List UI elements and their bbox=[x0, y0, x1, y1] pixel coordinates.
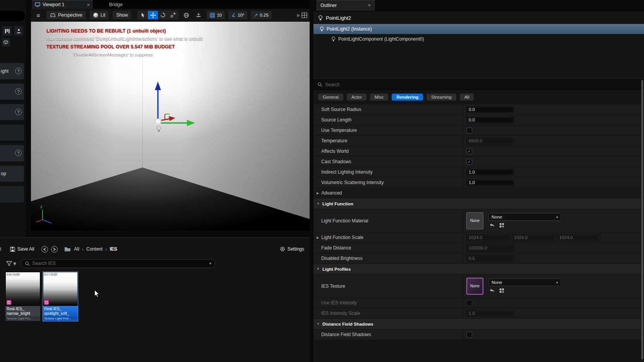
property-list: Soft Source Radius Source Length Use Tem… bbox=[313, 104, 641, 362]
select-tool[interactable] bbox=[138, 11, 148, 19]
use-selected-asset-button[interactable] bbox=[488, 222, 495, 228]
filter-button[interactable]: ▾ bbox=[6, 260, 16, 267]
tab-bridge[interactable]: Bridge bbox=[104, 0, 127, 9]
perspective-button[interactable]: Perspective bbox=[46, 11, 86, 19]
help-icon[interactable]: ? bbox=[15, 109, 22, 115]
forward-button[interactable] bbox=[51, 246, 58, 253]
breadcrumb-ies[interactable]: IES bbox=[110, 246, 117, 252]
viewport-menu-button[interactable]: ≡ bbox=[34, 11, 43, 19]
row-use-temperature: Use Temperature bbox=[313, 125, 641, 136]
advanced-expander[interactable]: ▶ Advanced bbox=[313, 188, 641, 198]
close-icon[interactable]: × bbox=[368, 2, 371, 8]
tab-outliner[interactable]: Outliner × bbox=[317, 0, 375, 10]
place-actor-item[interactable]: ? bbox=[0, 104, 24, 120]
world-space-toggle[interactable] bbox=[182, 11, 191, 19]
filter-misc[interactable]: Misc bbox=[370, 94, 389, 101]
scale-icon bbox=[170, 12, 176, 18]
back-button[interactable] bbox=[41, 246, 48, 253]
asset-search-input[interactable] bbox=[32, 261, 207, 266]
actor-name: PointLight2 bbox=[326, 15, 351, 21]
filter-all[interactable]: All bbox=[460, 94, 474, 101]
source-length-input[interactable] bbox=[466, 117, 514, 123]
light-function-scale-z-input[interactable] bbox=[557, 234, 600, 241]
ies-texture-thumbnail[interactable]: None bbox=[466, 278, 483, 295]
help-icon[interactable]: ? bbox=[15, 68, 22, 74]
cursor-icon bbox=[141, 12, 145, 18]
panel-icon-button-2[interactable] bbox=[14, 26, 23, 36]
use-selected-asset-button[interactable] bbox=[488, 288, 495, 294]
toolbar-overflow-button[interactable]: » bbox=[296, 12, 299, 18]
filter-rendering[interactable]: Rendering bbox=[392, 94, 423, 101]
grid-snap-toggle[interactable]: 10 bbox=[207, 11, 225, 19]
disabled-brightness-input[interactable] bbox=[466, 255, 514, 262]
scale-tool[interactable] bbox=[168, 11, 178, 19]
breadcrumb-content[interactable]: Content bbox=[86, 246, 103, 252]
help-icon[interactable]: ? bbox=[15, 88, 22, 95]
tree-row-component[interactable]: PointLightComponent (LightComponent0) bbox=[313, 34, 644, 44]
details-search[interactable] bbox=[313, 79, 644, 90]
place-actor-item[interactable] bbox=[0, 125, 24, 141]
light-function-material-thumbnail[interactable]: None bbox=[466, 212, 483, 229]
perspective-icon bbox=[50, 13, 56, 17]
soft-source-radius-input[interactable] bbox=[466, 106, 514, 113]
asset-card-narrow-bright[interactable]: 1.0 / 0.25 Real-IES_ narrow_bright Textu… bbox=[5, 272, 40, 321]
save-all-button[interactable]: Save All bbox=[10, 246, 34, 252]
close-icon[interactable]: × bbox=[87, 2, 90, 8]
light-function-section[interactable]: ▼ Light Function bbox=[313, 198, 641, 209]
browse-to-asset-button[interactable] bbox=[498, 288, 505, 294]
tree-row-instance[interactable]: PointLight2 (Instance) bbox=[313, 24, 644, 34]
transform-gizmo[interactable]: Z bbox=[31, 22, 310, 231]
light-function-scale-y-input[interactable] bbox=[512, 234, 555, 241]
use-ies-intensity-checkbox[interactable] bbox=[466, 300, 472, 306]
ies-texture-dropdown[interactable]: None ▾ bbox=[488, 278, 561, 286]
viewport-canvas[interactable]: LIGHTING NEEDS TO BE REBUILT (1 unbuilt … bbox=[31, 22, 310, 231]
details-search-input[interactable] bbox=[325, 82, 644, 87]
place-actor-item[interactable] bbox=[0, 186, 24, 202]
move-tool[interactable] bbox=[148, 11, 158, 19]
use-temperature-checkbox[interactable] bbox=[466, 128, 472, 133]
ies-intensity-scale-input[interactable] bbox=[466, 310, 514, 317]
filter-general[interactable]: General bbox=[318, 94, 343, 101]
distance-field-shadows-checkbox[interactable] bbox=[466, 332, 472, 338]
volumetric-scattering-intensity-input[interactable] bbox=[466, 179, 514, 186]
chevron-down-icon: ▼ bbox=[317, 267, 320, 271]
cast-shadows-checkbox[interactable]: ✓ bbox=[466, 159, 472, 165]
distance-field-shadows-section[interactable]: ▼ Distance Field Shadows bbox=[313, 319, 641, 330]
place-actor-item[interactable]: ? bbox=[0, 145, 24, 161]
rotate-tool[interactable] bbox=[158, 11, 168, 19]
affects-world-checkbox[interactable]: ✓ bbox=[466, 149, 472, 154]
tab-viewport-1[interactable]: Viewport 1 × bbox=[32, 0, 93, 9]
browse-to-asset-button[interactable] bbox=[498, 222, 505, 228]
panel-icon-button-3[interactable] bbox=[2, 38, 10, 46]
light-profiles-section[interactable]: ▼ Light Profiles bbox=[313, 264, 641, 275]
viewport-layout-button[interactable] bbox=[301, 12, 307, 18]
asset-card-spotlight-soft[interactable]: 5.7 / 0.22 Real-IES_ spotlight_soft_ Tex… bbox=[43, 272, 78, 321]
place-actor-item[interactable]: ? bbox=[0, 84, 24, 100]
asset-thumbnail: 1.0 / 0.25 bbox=[5, 272, 40, 306]
help-icon[interactable]: ? bbox=[15, 150, 22, 156]
light-function-scale-x-input[interactable] bbox=[466, 234, 510, 241]
settings-button[interactable]: Settings bbox=[280, 246, 304, 252]
lit-mode-button[interactable]: Lit bbox=[90, 11, 109, 19]
place-actor-item[interactable]: op bbox=[0, 166, 24, 182]
row-affects-world: Affects World ✓ bbox=[313, 146, 641, 157]
filter-streaming[interactable]: Streaming bbox=[426, 94, 456, 101]
scale-snap-toggle[interactable]: ↗ 0.25 bbox=[251, 11, 271, 19]
chevron-right-icon: ▶ bbox=[317, 191, 319, 195]
surface-snap-toggle[interactable] bbox=[194, 11, 203, 19]
details-scrollbar-thumb[interactable] bbox=[641, 80, 643, 359]
filter-actor[interactable]: Actor bbox=[347, 94, 367, 101]
row-indirect-lighting-intensity: Indirect Lighting Intensity bbox=[313, 167, 641, 178]
show-button[interactable]: Show bbox=[113, 11, 131, 19]
asset-search-box[interactable]: ▾ bbox=[21, 259, 215, 268]
viewport-toolbar: ≡ Perspective Lit Show bbox=[31, 9, 310, 22]
panel-icon-button-1[interactable] bbox=[2, 26, 12, 36]
fade-distance-input[interactable] bbox=[466, 245, 514, 251]
light-function-material-dropdown[interactable]: None ▾ bbox=[488, 213, 561, 221]
indirect-lighting-intensity-input[interactable] bbox=[466, 169, 514, 176]
rotation-snap-toggle[interactable]: ∠ 10° bbox=[228, 11, 247, 19]
left-pill-button[interactable] bbox=[0, 11, 25, 21]
breadcrumb-all[interactable]: All bbox=[74, 246, 79, 252]
temperature-input[interactable] bbox=[466, 138, 514, 144]
place-actor-item[interactable]: ight ? bbox=[0, 63, 24, 79]
